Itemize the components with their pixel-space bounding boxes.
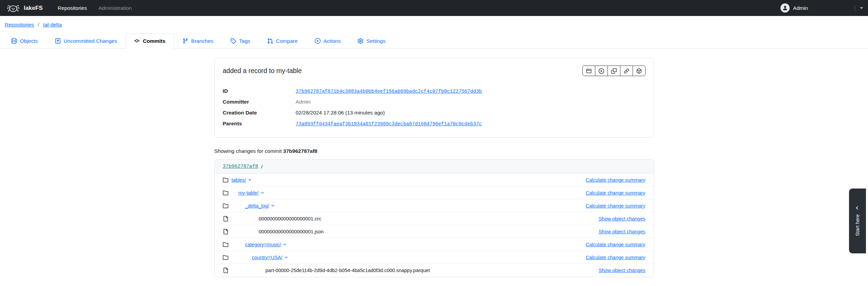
commit-metadata: ID 37b962787af871b4c3883a4b0bb4eef156ab0… [223, 86, 645, 129]
creation-date-value: 02/28/2024 17:28:06 (13 minutes ago) [296, 110, 385, 116]
tab-tags[interactable]: Tags [222, 33, 259, 49]
commit-icon [134, 38, 140, 44]
chevron-down-icon[interactable] [260, 191, 265, 195]
tab-actions[interactable]: Actions [306, 33, 349, 49]
copy-link-button[interactable] [620, 66, 633, 76]
meta-row-parents: Parents 73a093ff0434faeaf3b1934a01f23989… [223, 118, 645, 129]
tab-settings[interactable]: Settings [349, 33, 394, 49]
tree-row: country=USA/Calculate change summary [215, 251, 654, 264]
clipboard-icon [611, 68, 617, 74]
changes-summary-prefix: Showing changes for commit [214, 148, 283, 154]
parent-commit-link[interactable]: 73a093ff0434faeaf3b1934a01f23989c3decba8… [296, 121, 482, 127]
window-icon [586, 68, 592, 74]
breadcrumb-repo-name[interactable]: tal-delta [43, 22, 62, 28]
calculate-change-summary-link[interactable]: Calculate change summary [586, 255, 645, 260]
file-name: 00000000000000000001.json [259, 229, 324, 234]
copy-uri-button[interactable] [633, 66, 645, 76]
copy-id-button[interactable] [607, 66, 620, 76]
meta-row-id: ID 37b962787af871b4c3883a4b0bb4eef156ab0… [223, 86, 645, 96]
tree-header: 37b962787af8 / [215, 160, 654, 174]
tree-row: 00000000000000000001.crcShow object chan… [215, 212, 654, 225]
tab-commits[interactable]: Commits [126, 33, 174, 49]
tab-label: Commits [143, 38, 165, 44]
commit-message: added a record to my-table [223, 66, 302, 75]
run-actions-button[interactable] [595, 66, 608, 76]
database-icon [11, 38, 17, 44]
link-icon [624, 68, 629, 74]
file-name: 00000000000000000001.crc [259, 216, 322, 221]
commit-card: added a record to my-table ID 37b962787a… [214, 58, 654, 138]
chevron-down-icon[interactable] [283, 242, 287, 247]
folder-link[interactable]: _delta_log/ [245, 203, 269, 209]
changes-summary-commit: 37b962787af8 [283, 148, 317, 154]
tree-row: category=music/Calculate change summary [215, 238, 654, 251]
chevron-down-icon[interactable] [284, 255, 288, 260]
tree-path-separator: / [261, 164, 263, 169]
lakefs-logo[interactable] [6, 3, 24, 13]
start-here-label: Start here [855, 214, 860, 236]
meta-row-committer: Committer Admin [223, 96, 645, 107]
cube-icon [636, 68, 642, 74]
folder-link[interactable]: category=music/ [245, 242, 281, 247]
tag-icon [230, 38, 236, 44]
tree-ref-link[interactable]: 37b962787af8 [223, 164, 258, 169]
file-icon [223, 216, 228, 221]
user-menu[interactable]: Admin [780, 3, 863, 13]
breadcrumb: Repositories / tal-delta [5, 22, 868, 28]
commit-id-link[interactable]: 37b962787af871b4c3883a4b0bb4eef156ab09ba… [296, 89, 482, 94]
show-object-changes-link[interactable]: Show object changes [599, 216, 645, 221]
tree-rows: tables/Calculate change summarymy-table/… [215, 174, 654, 277]
navbar: lakeFS Repositories Administration Admin [0, 0, 868, 16]
folder-icon [223, 255, 228, 260]
committer-value: Admin [296, 99, 311, 105]
folder-link[interactable]: tables/ [232, 177, 246, 183]
meta-label: Creation Date [223, 110, 296, 116]
meta-row-creation-date: Creation Date 02/28/2024 17:28:06 (13 mi… [223, 107, 645, 118]
tree-row: my-table/Calculate change summary [215, 186, 654, 199]
tab-label: Compare [276, 38, 298, 44]
breadcrumb-repositories[interactable]: Repositories [5, 22, 34, 28]
tab-label: Settings [366, 38, 385, 44]
meta-label: ID [223, 88, 296, 94]
tab-label: Uncommitted Changes [64, 38, 117, 44]
folder-icon [223, 203, 228, 209]
commit-action-buttons [582, 66, 645, 76]
file-icon [223, 268, 228, 273]
tab-label: Tags [239, 38, 250, 44]
avatar [780, 3, 790, 13]
calculate-change-summary-link[interactable]: Calculate change summary [586, 190, 645, 196]
tab-compare[interactable]: Compare [259, 33, 306, 49]
brand-title: lakeFS [24, 5, 43, 12]
show-object-changes-link[interactable]: Show object changes [599, 229, 645, 234]
file-icon [223, 229, 228, 234]
user-menu-caret-icon[interactable] [860, 7, 863, 9]
breadcrumb-separator: / [38, 22, 39, 28]
tab-uncommitted-changes[interactable]: Uncommitted Changes [46, 33, 126, 49]
folder-link[interactable]: my-table/ [238, 190, 259, 196]
calculate-change-summary-link[interactable]: Calculate change summary [586, 177, 645, 183]
browse-objects-button[interactable] [582, 66, 595, 76]
file-name: part-00000-25de114b-2d9d-4db2-b054-4ba5c… [266, 268, 430, 273]
nav-administration[interactable]: Administration [98, 5, 132, 11]
calculate-change-summary-link[interactable]: Calculate change summary [586, 203, 645, 209]
gear-icon [358, 38, 363, 44]
folder-link[interactable]: country=USA/ [252, 255, 283, 260]
tab-objects[interactable]: Objects [3, 33, 46, 49]
calculate-change-summary-link[interactable]: Calculate change summary [586, 242, 645, 247]
start-here-tab[interactable]: Start here [849, 189, 866, 253]
play-icon [599, 68, 604, 74]
changes-tree-card: 37b962787af8 / tables/Calculate change s… [214, 159, 654, 277]
tab-branches[interactable]: Branches [174, 33, 222, 49]
nav-repositories[interactable]: Repositories [58, 5, 87, 11]
tab-bar: ObjectsUncommitted ChangesCommitsBranche… [0, 33, 868, 49]
show-object-changes-link[interactable]: Show object changes [599, 268, 645, 273]
user-name: Admin [793, 5, 808, 11]
compare-icon [267, 38, 273, 44]
tab-label: Actions [324, 38, 341, 44]
chevron-down-icon[interactable] [248, 178, 252, 182]
chevron-down-icon[interactable] [271, 203, 275, 208]
folder-icon [223, 190, 228, 196]
play-icon [315, 38, 321, 44]
tree-row: _delta_log/Calculate change summary [215, 199, 654, 212]
changes-summary-line: Showing changes for commit 37b962787af8 [214, 148, 654, 154]
